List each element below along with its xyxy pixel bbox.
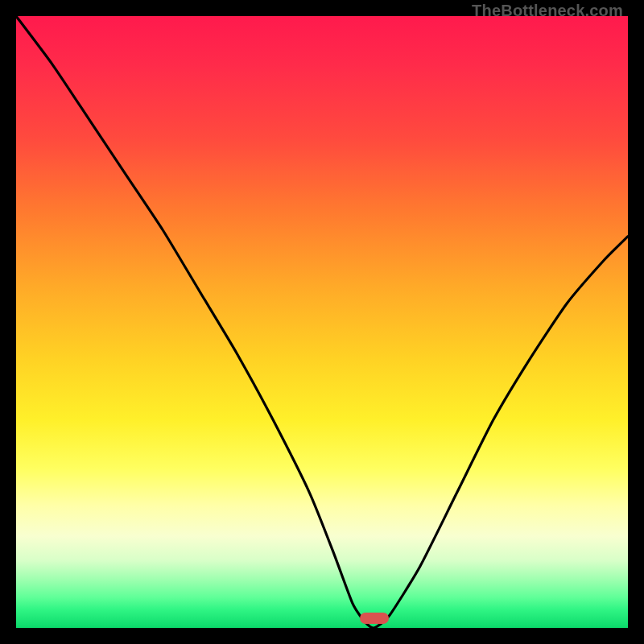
watermark-text: TheBottleneck.com <box>472 2 623 20</box>
plot-area <box>16 16 628 628</box>
chart-frame: TheBottleneck.com <box>0 0 644 644</box>
optimal-marker <box>360 613 389 624</box>
